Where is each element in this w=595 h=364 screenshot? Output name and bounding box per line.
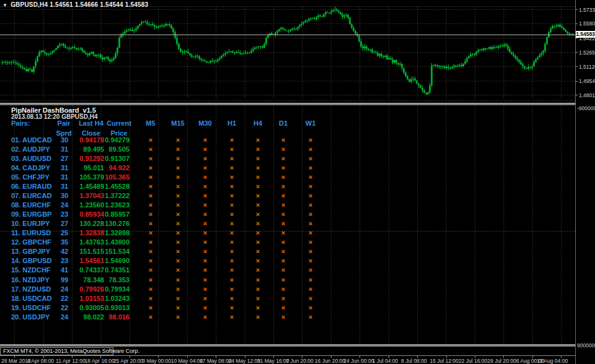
chart-symbol-ohlc: ▼GBPUSD,H4 1.54561 1.54666 1.54544 1.545… [2, 1, 11, 8]
signal-mark-m5: × [146, 247, 155, 256]
signal-mark-m30: × [201, 145, 209, 154]
subwindow-resize-handle[interactable] [0, 103, 575, 105]
time-tick-label: 7 Jun 20:00 [286, 358, 313, 364]
signal-mark-w1: × [306, 238, 315, 246]
time-tick-label: 24 Jun 00:00 [343, 358, 374, 364]
time-tick-label: 8 Jul 08:00 [401, 358, 427, 364]
signal-mark-m5: × [146, 228, 155, 237]
current-price-value: 1.45528 [92, 182, 130, 191]
signal-mark-d1: × [279, 210, 288, 219]
signal-mark-m30: × [201, 313, 209, 321]
price-tick-label: 1.57330 [579, 7, 595, 13]
signal-mark-h4: × [253, 173, 262, 181]
signal-mark-h4: × [253, 285, 262, 293]
signal-mark-w1: × [306, 219, 315, 228]
pair-row: 16. NZDJPY9978.34878.353××××××× [0, 275, 575, 284]
signal-mark-m15: × [174, 219, 182, 228]
pair-label: 04. CADJPY [11, 163, 50, 172]
current-price-value: 78.353 [92, 275, 130, 284]
pair-label: 01. AUDCAD [11, 136, 52, 144]
pair-label: 05. CHFJPY [11, 173, 50, 181]
signal-mark-d1: × [279, 285, 288, 293]
time-tick-label: 24 May 12:00 [229, 358, 261, 364]
signal-mark-m5: × [146, 136, 155, 144]
signal-mark-w1: × [306, 266, 315, 274]
signal-mark-m15: × [174, 201, 182, 209]
pair-label: 07. EURCAD [11, 191, 51, 200]
price-axis[interactable]: 1.54583 1.573301.558001.542251.526501.51… [576, 0, 595, 364]
pair-label: 15. NZDCHF [11, 266, 51, 274]
signal-mark-m30: × [201, 275, 209, 284]
pair-label: 18. USDCAD [11, 294, 51, 303]
time-tick-label: 17 May 08:00 [200, 358, 232, 364]
signal-mark-h4: × [253, 247, 262, 256]
pair-row: 04. CADJPY3195.01194.922××××××× [0, 163, 575, 172]
signal-mark-h1: × [227, 173, 236, 181]
signal-mark-h4: × [253, 154, 262, 163]
status-bar: FXCM MT4, © 2001-2013, MetaQuotes Softwa… [0, 347, 113, 355]
signal-mark-w1: × [306, 256, 315, 265]
signal-mark-d1: × [279, 173, 288, 181]
price-tick [576, 66, 578, 67]
pair-row: 01. AUDCAD300.941780.94279××××××× [0, 136, 575, 144]
current-price-value: 98.016 [92, 313, 130, 321]
signal-mark-d1: × [279, 275, 288, 284]
current-price-value: 94.922 [92, 163, 130, 172]
signal-mark-d1: × [279, 182, 288, 191]
signal-mark-d1: × [279, 219, 288, 228]
signal-mark-h4: × [253, 136, 262, 144]
pair-row: 10. EURJPY27130.228130.276××××××× [0, 219, 575, 228]
signal-mark-d1: × [279, 266, 288, 274]
time-tick-label: 25 Apr 20:00 [113, 358, 143, 364]
bottom-resize-handle[interactable] [0, 344, 575, 347]
signal-mark-w1: × [306, 228, 315, 237]
price-tick [576, 24, 578, 24]
current-price-value: 0.79934 [92, 285, 130, 293]
signal-mark-d1: × [279, 154, 288, 163]
symbol-dropdown-icon[interactable]: ▼ [2, 2, 7, 8]
signal-mark-h4: × [253, 228, 262, 237]
signal-mark-m15: × [174, 173, 182, 181]
signal-mark-w1: × [306, 275, 315, 284]
signal-mark-m15: × [174, 191, 182, 200]
signal-mark-h1: × [227, 191, 236, 200]
signal-mark-m5: × [146, 182, 155, 191]
signal-mark-m5: × [146, 191, 155, 200]
time-tick-label: 13 Aug 04:00 [537, 358, 568, 364]
pair-row: 06. EURAUD311.454891.45528××××××× [0, 182, 575, 191]
signal-mark-w1: × [306, 136, 315, 144]
signal-mark-h4: × [253, 201, 262, 209]
pair-label: 17. NZDUSD [11, 285, 51, 293]
signal-mark-w1: × [306, 163, 315, 172]
time-tick-label: 1 Jul 04:00 [372, 358, 399, 364]
signal-mark-m5: × [146, 256, 155, 265]
time-tick-label: 10 May 04:00 [171, 358, 203, 364]
signal-mark-d1: × [279, 201, 288, 209]
price-tick-label: 1.51120 [579, 64, 595, 70]
signal-mark-m5: × [146, 145, 155, 154]
time-axis[interactable]: 28 Mar 20134 Apr 08:0011 Apr 12:0018 Apr… [0, 355, 575, 364]
current-price-value: 1.54690 [92, 256, 130, 265]
signal-mark-m5: × [146, 285, 155, 293]
signal-mark-h1: × [227, 275, 236, 284]
signal-mark-m15: × [174, 145, 182, 154]
current-price-value: 1.37222 [92, 191, 130, 200]
indicator-scale-max: -9000000 [577, 105, 595, 111]
price-chart-area[interactable]: ▼GBPUSD,H4 1.54561 1.54666 1.54544 1.545… [0, 0, 575, 104]
pair-label: 19. USDCHF [11, 303, 51, 312]
signal-mark-m15: × [174, 275, 182, 284]
pair-label: 20. USDJPY [11, 313, 50, 321]
signal-mark-h4: × [253, 238, 262, 246]
current-price-value: 1.32898 [92, 228, 130, 237]
pair-label: 06. EURAUD [11, 182, 51, 191]
signal-mark-w1: × [306, 247, 315, 256]
current-price-value: 0.74351 [92, 266, 130, 274]
pair-label: 12. GBPCHF [11, 238, 51, 246]
signal-mark-w1: × [306, 294, 315, 303]
signal-mark-h4: × [253, 191, 262, 200]
pair-row: 05. CHFJPY31105.379105.365××××××× [0, 173, 575, 181]
signal-mark-m15: × [174, 182, 182, 191]
pair-row: 03. AUDUSD270.912920.91307××××××× [0, 154, 575, 163]
pair-row: 08. EURCHF241.235601.23623××××××× [0, 201, 575, 209]
pair-label: 16. NZDJPY [11, 275, 50, 284]
